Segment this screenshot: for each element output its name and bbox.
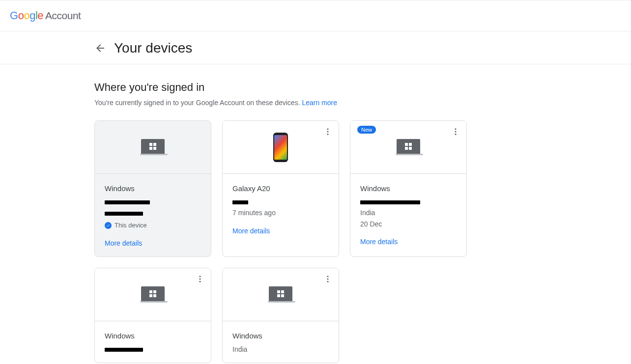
device-info-line — [360, 196, 457, 207]
device-card-top — [95, 121, 211, 174]
more-details-link[interactable]: More details — [360, 236, 398, 247]
device-name: Windows — [232, 330, 329, 342]
more-details-link[interactable]: More details — [232, 225, 270, 236]
section-title: Where you're signed in — [94, 81, 537, 94]
device-name: Windows — [105, 183, 201, 195]
device-card-top: New — [350, 121, 466, 174]
svg-point-2 — [327, 134, 329, 135]
device-info-line — [105, 196, 201, 207]
device-info-line: India — [360, 207, 457, 218]
redacted-text — [105, 212, 143, 216]
device-name: Windows — [360, 183, 457, 195]
device-info-line: 7 minutes ago — [232, 207, 329, 218]
svg-point-10 — [327, 278, 329, 280]
google-logo: Google Account — [10, 9, 81, 22]
device-card-top — [223, 121, 339, 174]
device-card[interactable]: Windows — [94, 268, 211, 363]
device-info-line: India — [232, 344, 329, 355]
redacted-text — [105, 200, 150, 204]
laptop-icon — [140, 139, 166, 155]
learn-more-link[interactable]: Learn more — [302, 99, 337, 107]
device-info-line — [232, 196, 329, 207]
device-card[interactable]: WindowsIndia — [222, 268, 339, 363]
more-menu-icon[interactable] — [322, 273, 334, 285]
more-menu-icon[interactable] — [450, 126, 461, 138]
page-title: Your devices — [114, 40, 192, 56]
content-area: Where you're signed in You're currently … — [94, 64, 537, 363]
svg-point-7 — [200, 278, 201, 280]
redacted-text — [360, 200, 420, 204]
redacted-text — [105, 348, 143, 352]
phone-icon — [273, 133, 288, 162]
device-name: Windows — [105, 330, 201, 342]
svg-point-3 — [455, 128, 457, 130]
new-badge: New — [357, 126, 376, 134]
device-card-body: Galaxy A207 minutes agoMore details — [223, 174, 339, 256]
svg-point-11 — [327, 281, 329, 282]
svg-point-8 — [200, 281, 201, 282]
device-info-line — [105, 207, 201, 218]
device-card-body: Windows — [95, 321, 211, 363]
laptop-icon — [140, 286, 166, 303]
laptop-icon — [396, 139, 421, 155]
svg-point-1 — [327, 131, 329, 133]
back-arrow-icon[interactable] — [94, 42, 106, 54]
device-card-top — [95, 268, 211, 321]
svg-point-4 — [455, 131, 457, 133]
device-card-body: WindowsIndia — [223, 321, 339, 363]
redacted-text — [232, 200, 248, 204]
device-card[interactable]: Galaxy A207 minutes agoMore details — [222, 120, 339, 257]
brand-account-label: Account — [45, 10, 81, 22]
page-header: Your devices — [0, 31, 631, 64]
check-badge-icon — [105, 222, 112, 229]
device-card[interactable]: NewWindowsIndia20 DecMore details — [350, 120, 467, 257]
device-card-top — [223, 268, 339, 321]
this-device-indicator: This device — [105, 221, 201, 231]
section-subtitle: You're currently signed in to your Googl… — [94, 99, 537, 107]
this-device-label: This device — [115, 221, 147, 231]
more-menu-icon[interactable] — [322, 126, 334, 138]
svg-point-9 — [327, 276, 329, 277]
top-bar: Google Account — [0, 0, 631, 31]
device-name: Galaxy A20 — [232, 183, 329, 195]
device-grid: WindowsThis deviceMore detailsGalaxy A20… — [94, 120, 537, 363]
device-card-body: WindowsThis deviceMore details — [95, 174, 211, 256]
more-menu-icon[interactable] — [194, 273, 206, 285]
svg-point-0 — [327, 128, 329, 130]
section-subtitle-text: You're currently signed in to your Googl… — [94, 99, 302, 107]
device-card[interactable]: WindowsThis deviceMore details — [94, 120, 211, 257]
svg-point-6 — [200, 276, 201, 277]
svg-point-5 — [455, 134, 457, 135]
laptop-icon — [268, 286, 293, 303]
device-card-body: WindowsIndia20 DecMore details — [350, 174, 466, 256]
more-details-link[interactable]: More details — [105, 238, 142, 249]
device-info-line: 20 Dec — [360, 219, 457, 229]
device-info-line — [105, 344, 201, 355]
